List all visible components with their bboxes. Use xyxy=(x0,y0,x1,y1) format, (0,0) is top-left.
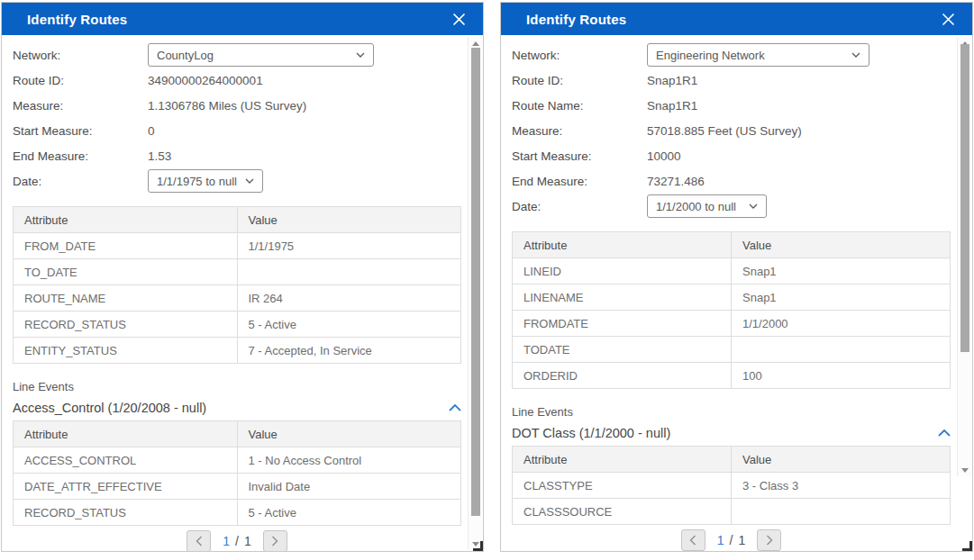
scroll-up-arrow-icon[interactable] xyxy=(469,39,483,48)
table-row: DATE_ATTR_EFFECTIVEInvalid Date xyxy=(14,474,461,500)
field-value: Snap1R1 xyxy=(647,99,697,113)
route-attributes-table: Attribute Value FROM_DATE1/1/1975 TO_DAT… xyxy=(13,206,461,364)
field-value: 1.53 xyxy=(148,149,171,163)
field-start-measure: Start Measure: 0 xyxy=(13,118,461,143)
network-select[interactable]: Engineering Network xyxy=(647,43,869,67)
column-header: Value xyxy=(237,421,461,447)
network-select-value: Engineering Network xyxy=(656,49,765,62)
field-value: 34900000264000001 xyxy=(148,74,263,87)
pagination: 1 / 1 xyxy=(13,530,461,552)
table-row: LINENAMESnap1 xyxy=(513,285,951,311)
chevron-right-icon xyxy=(271,536,278,546)
chevron-down-icon xyxy=(749,203,758,209)
page-indicator: 1 / 1 xyxy=(223,534,250,548)
column-header: Value xyxy=(237,207,461,233)
table-header-row: Attribute Value xyxy=(513,232,951,258)
dialog-header: Identify Routes xyxy=(501,3,972,35)
table-row: ORDERID100 xyxy=(513,363,951,389)
field-value: 1.1306786 Miles (US Survey) xyxy=(148,99,306,113)
line-events-table: Attribute Value ACCESS_CONTROL1 - No Acc… xyxy=(13,420,461,526)
column-header: Value xyxy=(732,232,951,258)
identify-routes-dialog-right: Identify Routes Network: Engineering Net… xyxy=(500,2,973,552)
line-events-group-title: DOT Class (1/1/2000 - null) xyxy=(512,426,670,440)
field-value: 0 xyxy=(148,124,155,138)
field-date: Date: 1/1/2000 to null xyxy=(512,194,951,219)
field-label: Network: xyxy=(13,49,148,62)
field-label: End Measure: xyxy=(512,175,647,188)
route-fields: Network: Engineering Network Route ID: S… xyxy=(512,35,951,219)
field-label: Measure: xyxy=(512,124,647,138)
total-pages: 1 xyxy=(738,533,745,547)
table-row: RECORD_STATUS5 - Active xyxy=(14,312,461,338)
vertical-scrollbar[interactable] xyxy=(468,37,482,550)
dialog-title: Identify Routes xyxy=(526,12,626,27)
column-header: Value xyxy=(732,447,951,473)
chevron-down-icon xyxy=(356,52,365,58)
vertical-scrollbar[interactable] xyxy=(957,37,971,476)
chevron-down-icon xyxy=(851,52,860,58)
network-select[interactable]: CountyLog xyxy=(148,43,374,67)
table-header-row: Attribute Value xyxy=(513,447,951,473)
page-separator: / xyxy=(730,533,733,547)
table-row: TODATE xyxy=(513,337,951,363)
prev-page-button[interactable] xyxy=(187,530,211,552)
table-row: RECORD_STATUS5 - Active xyxy=(14,500,461,526)
line-events-group-header[interactable]: Access_Control (1/20/2008 - null) xyxy=(13,399,461,417)
scrollbar-thumb[interactable] xyxy=(471,48,480,516)
next-page-button[interactable] xyxy=(263,530,287,552)
identify-routes-dialog-left: Identify Routes Network: CountyLog Rout xyxy=(1,2,484,552)
field-value: 57018.885 Feet (US Survey) xyxy=(647,124,802,138)
table-row: FROMDATE1/1/2000 xyxy=(513,311,951,337)
page-indicator: 1 / 1 xyxy=(717,533,745,547)
table-header-row: Attribute Value xyxy=(14,421,461,447)
line-events-label: Line Events xyxy=(512,405,951,419)
field-label: Route Name: xyxy=(512,99,647,113)
close-icon[interactable] xyxy=(451,12,467,27)
resize-grip[interactable] xyxy=(473,541,483,551)
chevron-down-icon xyxy=(245,178,254,184)
date-select[interactable]: 1/1/2000 to null xyxy=(647,194,767,218)
table-row: TO_DATE xyxy=(14,259,461,285)
column-header: Attribute xyxy=(513,447,732,473)
field-label: Measure: xyxy=(13,99,148,113)
field-route-id: Route ID: Snap1R1 xyxy=(512,68,951,93)
field-label: Network: xyxy=(512,49,647,62)
pagination: 1 / 1 xyxy=(512,529,951,551)
table-row: ACCESS_CONTROL1 - No Access Control xyxy=(14,447,461,474)
field-end-measure: End Measure: 73271.486 xyxy=(512,168,951,194)
resize-grip[interactable] xyxy=(962,541,972,551)
table-row: LINEIDSnap1 xyxy=(513,258,951,285)
field-measure: Measure: 1.1306786 Miles (US Survey) xyxy=(13,93,461,118)
route-attributes-table: Attribute Value LINEIDSnap1 LINENAMESnap… xyxy=(512,231,951,389)
field-start-measure: Start Measure: 10000 xyxy=(512,143,951,168)
scrollbar-thumb[interactable] xyxy=(960,44,969,352)
field-label: Date: xyxy=(13,175,148,188)
line-events-table: Attribute Value CLASSTYPE3 - Class 3 CLA… xyxy=(512,446,951,525)
close-icon[interactable] xyxy=(941,12,956,27)
field-label: Start Measure: xyxy=(512,149,647,163)
line-events-group-header[interactable]: DOT Class (1/1/2000 - null) xyxy=(512,424,951,442)
table-header-row: Attribute Value xyxy=(14,207,461,233)
line-events-label: Line Events xyxy=(13,380,461,393)
current-page: 1 xyxy=(223,534,230,548)
field-label: Start Measure: xyxy=(13,124,148,138)
dialog-header: Identify Routes xyxy=(2,3,483,35)
field-label: Route ID: xyxy=(13,74,148,87)
field-label: Route ID: xyxy=(512,74,647,87)
line-events-group-title: Access_Control (1/20/2008 - null) xyxy=(13,401,206,415)
dialog-body: Network: Engineering Network Route ID: S… xyxy=(501,35,972,551)
next-page-button[interactable] xyxy=(757,529,781,551)
scroll-down-arrow-icon[interactable] xyxy=(958,465,972,474)
field-end-measure: End Measure: 1.53 xyxy=(13,143,461,168)
field-date: Date: 1/1/1975 to null xyxy=(13,168,461,194)
page-separator: / xyxy=(235,534,239,548)
date-select[interactable]: 1/1/1975 to null xyxy=(148,169,263,193)
chevron-up-icon[interactable] xyxy=(449,404,461,411)
field-network: Network: CountyLog xyxy=(13,42,461,68)
field-route-id: Route ID: 34900000264000001 xyxy=(13,68,461,93)
current-page: 1 xyxy=(717,533,724,547)
chevron-right-icon xyxy=(766,535,773,546)
chevron-up-icon[interactable] xyxy=(938,429,951,437)
prev-page-button[interactable] xyxy=(681,529,705,551)
field-value: 10000 xyxy=(647,149,681,163)
